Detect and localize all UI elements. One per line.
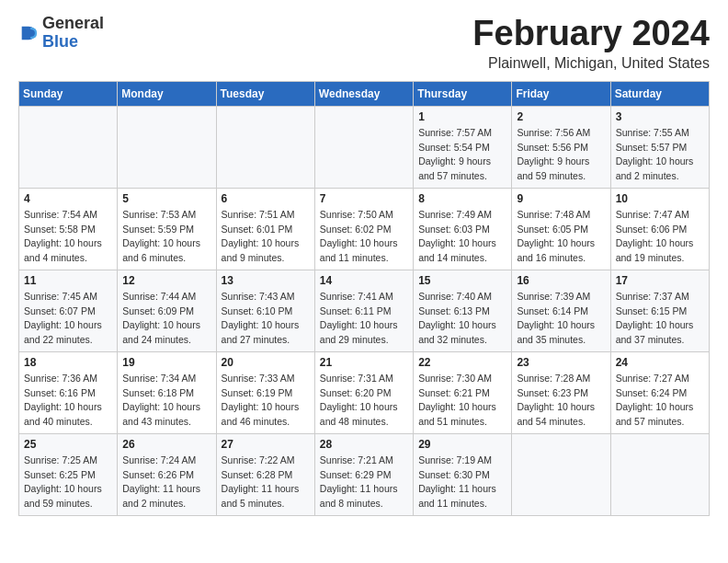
table-row: 28Sunrise: 7:21 AMSunset: 6:29 PMDayligh… (314, 433, 413, 515)
day-number: 20 (222, 356, 310, 369)
table-row: 6Sunrise: 7:51 AMSunset: 6:01 PMDaylight… (216, 188, 314, 270)
day-number: 23 (517, 356, 605, 369)
day-number: 18 (24, 356, 112, 369)
day-number: 15 (418, 274, 506, 287)
day-number: 5 (122, 192, 210, 205)
table-row: 2Sunrise: 7:56 AMSunset: 5:56 PMDaylight… (512, 106, 610, 188)
day-info: Sunrise: 7:36 AMSunset: 6:16 PMDaylight:… (24, 372, 112, 430)
day-info: Sunrise: 7:33 AMSunset: 6:19 PMDaylight:… (222, 372, 310, 430)
day-info: Sunrise: 7:50 AMSunset: 6:02 PMDaylight:… (320, 208, 408, 266)
table-row: 7Sunrise: 7:50 AMSunset: 6:02 PMDaylight… (314, 188, 413, 270)
table-row: 23Sunrise: 7:28 AMSunset: 6:23 PMDayligh… (512, 351, 610, 433)
col-saturday: Saturday (610, 81, 709, 106)
day-info: Sunrise: 7:21 AMSunset: 6:29 PMDaylight:… (320, 454, 408, 511)
table-row: 21Sunrise: 7:31 AMSunset: 6:20 PMDayligh… (314, 351, 413, 433)
day-number: 2 (517, 110, 605, 123)
day-number: 12 (122, 274, 210, 287)
logo-blue: Blue (42, 32, 78, 51)
day-info: Sunrise: 7:57 AMSunset: 5:54 PMDaylight:… (418, 126, 506, 184)
day-number: 27 (222, 438, 310, 451)
day-info: Sunrise: 7:25 AMSunset: 6:25 PMDaylight:… (24, 454, 112, 511)
day-info: Sunrise: 7:31 AMSunset: 6:20 PMDaylight:… (320, 372, 408, 430)
calendar-header-row: Sunday Monday Tuesday Wednesday Thursday… (19, 81, 710, 106)
day-info: Sunrise: 7:43 AMSunset: 6:10 PMDaylight:… (222, 290, 310, 348)
day-number: 4 (24, 192, 112, 205)
day-number: 8 (418, 192, 506, 205)
calendar-week-1: 1Sunrise: 7:57 AMSunset: 5:54 PMDaylight… (19, 106, 710, 188)
day-info: Sunrise: 7:37 AMSunset: 6:15 PMDaylight:… (616, 290, 704, 348)
day-info: Sunrise: 7:55 AMSunset: 5:57 PMDaylight:… (616, 126, 704, 184)
logo: General Blue (18, 15, 104, 52)
day-number: 25 (24, 438, 112, 451)
col-wednesday: Wednesday (314, 81, 413, 106)
day-number: 6 (222, 192, 310, 205)
day-info: Sunrise: 7:39 AMSunset: 6:14 PMDaylight:… (517, 290, 605, 348)
day-info: Sunrise: 7:54 AMSunset: 5:58 PMDaylight:… (24, 208, 112, 266)
logo-icon (18, 23, 39, 43)
title-block: February 2024 Plainwell, Michigan, Unite… (472, 15, 710, 72)
calendar-week-5: 25Sunrise: 7:25 AMSunset: 6:25 PMDayligh… (19, 433, 710, 515)
day-number: 22 (418, 356, 506, 369)
day-info: Sunrise: 7:30 AMSunset: 6:21 PMDaylight:… (418, 372, 506, 430)
day-info: Sunrise: 7:40 AMSunset: 6:13 PMDaylight:… (418, 290, 506, 348)
calendar-week-4: 18Sunrise: 7:36 AMSunset: 6:16 PMDayligh… (19, 351, 710, 433)
day-info: Sunrise: 7:56 AMSunset: 5:56 PMDaylight:… (517, 126, 605, 184)
table-row: 3Sunrise: 7:55 AMSunset: 5:57 PMDaylight… (610, 106, 709, 188)
day-number: 11 (24, 274, 112, 287)
table-row: 14Sunrise: 7:41 AMSunset: 6:11 PMDayligh… (314, 270, 413, 351)
day-info: Sunrise: 7:48 AMSunset: 6:05 PMDaylight:… (517, 208, 605, 266)
table-row: 8Sunrise: 7:49 AMSunset: 6:03 PMDaylight… (414, 188, 512, 270)
table-row: 29Sunrise: 7:19 AMSunset: 6:30 PMDayligh… (414, 433, 512, 515)
day-info: Sunrise: 7:28 AMSunset: 6:23 PMDaylight:… (517, 372, 605, 430)
col-thursday: Thursday (414, 81, 512, 106)
calendar-table: Sunday Monday Tuesday Wednesday Thursday… (18, 81, 710, 516)
table-row: 22Sunrise: 7:30 AMSunset: 6:21 PMDayligh… (414, 351, 512, 433)
day-number: 10 (616, 192, 704, 205)
day-number: 28 (320, 438, 408, 451)
day-number: 16 (517, 274, 605, 287)
logo-general: General (42, 14, 104, 32)
table-row: 4Sunrise: 7:54 AMSunset: 5:58 PMDaylight… (19, 188, 118, 270)
day-info: Sunrise: 7:45 AMSunset: 6:07 PMDaylight:… (24, 290, 112, 348)
table-row: 19Sunrise: 7:34 AMSunset: 6:18 PMDayligh… (118, 351, 216, 433)
table-row: 27Sunrise: 7:22 AMSunset: 6:28 PMDayligh… (216, 433, 314, 515)
col-sunday: Sunday (19, 81, 118, 106)
day-number: 21 (320, 356, 408, 369)
day-number: 3 (616, 110, 704, 123)
day-number: 7 (320, 192, 408, 205)
table-row: 15Sunrise: 7:40 AMSunset: 6:13 PMDayligh… (414, 270, 512, 351)
month-title: February 2024 (472, 15, 710, 53)
table-row: 24Sunrise: 7:27 AMSunset: 6:24 PMDayligh… (610, 351, 709, 433)
table-row: 12Sunrise: 7:44 AMSunset: 6:09 PMDayligh… (118, 270, 216, 351)
day-info: Sunrise: 7:49 AMSunset: 6:03 PMDaylight:… (418, 208, 506, 266)
table-row: 10Sunrise: 7:47 AMSunset: 6:06 PMDayligh… (610, 188, 709, 270)
day-number: 1 (418, 110, 506, 123)
day-number: 14 (320, 274, 408, 287)
day-info: Sunrise: 7:53 AMSunset: 5:59 PMDaylight:… (122, 208, 210, 266)
table-row (512, 433, 610, 515)
day-info: Sunrise: 7:27 AMSunset: 6:24 PMDaylight:… (616, 372, 704, 430)
table-row: 26Sunrise: 7:24 AMSunset: 6:26 PMDayligh… (118, 433, 216, 515)
day-info: Sunrise: 7:41 AMSunset: 6:11 PMDaylight:… (320, 290, 408, 348)
day-number: 9 (517, 192, 605, 205)
day-info: Sunrise: 7:51 AMSunset: 6:01 PMDaylight:… (222, 208, 310, 266)
location-title: Plainwell, Michigan, United States (472, 55, 710, 72)
table-row: 20Sunrise: 7:33 AMSunset: 6:19 PMDayligh… (216, 351, 314, 433)
day-info: Sunrise: 7:47 AMSunset: 6:06 PMDaylight:… (616, 208, 704, 266)
table-row: 9Sunrise: 7:48 AMSunset: 6:05 PMDaylight… (512, 188, 610, 270)
table-row: 5Sunrise: 7:53 AMSunset: 5:59 PMDaylight… (118, 188, 216, 270)
table-row: 18Sunrise: 7:36 AMSunset: 6:16 PMDayligh… (19, 351, 118, 433)
table-row (216, 106, 314, 188)
table-row: 13Sunrise: 7:43 AMSunset: 6:10 PMDayligh… (216, 270, 314, 351)
day-number: 19 (122, 356, 210, 369)
calendar-week-2: 4Sunrise: 7:54 AMSunset: 5:58 PMDaylight… (19, 188, 710, 270)
calendar-week-3: 11Sunrise: 7:45 AMSunset: 6:07 PMDayligh… (19, 270, 710, 351)
col-monday: Monday (118, 81, 216, 106)
table-row (314, 106, 413, 188)
day-info: Sunrise: 7:34 AMSunset: 6:18 PMDaylight:… (122, 372, 210, 430)
day-info: Sunrise: 7:24 AMSunset: 6:26 PMDaylight:… (122, 454, 210, 511)
table-row (19, 106, 118, 188)
table-row: 1Sunrise: 7:57 AMSunset: 5:54 PMDaylight… (414, 106, 512, 188)
day-number: 17 (616, 274, 704, 287)
table-row: 16Sunrise: 7:39 AMSunset: 6:14 PMDayligh… (512, 270, 610, 351)
